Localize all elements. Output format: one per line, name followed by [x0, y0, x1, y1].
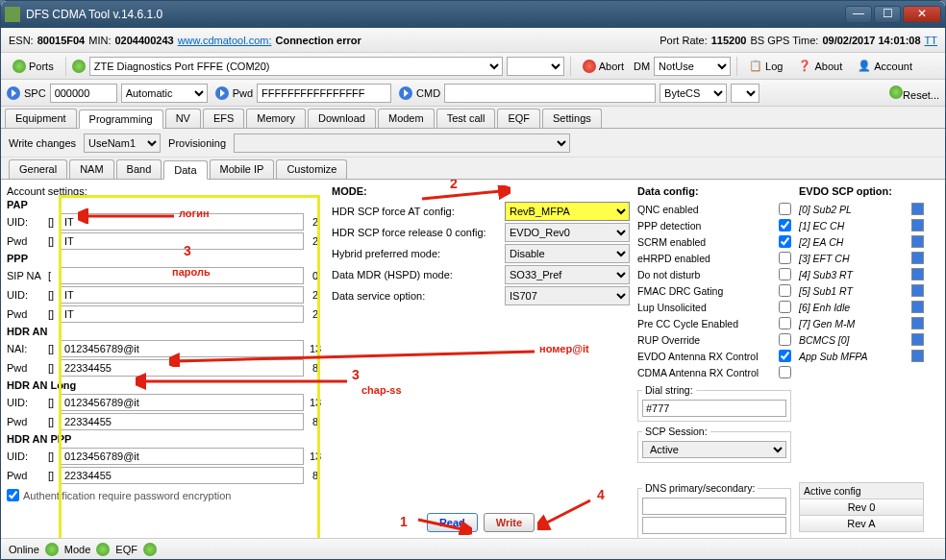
scp-3-checkbox[interactable] — [911, 252, 924, 264]
hybrid-mode-select[interactable]: Disable — [505, 244, 630, 263]
hdran-pwd-input[interactable] — [61, 359, 304, 377]
hdranppp-pwd-input[interactable] — [61, 467, 304, 484]
cfg-8-checkbox[interactable] — [779, 333, 791, 346]
ppp-uid-input[interactable] — [61, 286, 304, 304]
hdranlong-uid-input[interactable] — [61, 394, 304, 411]
auth-checkbox[interactable] — [7, 489, 19, 501]
pwd-input[interactable] — [257, 84, 391, 103]
cfg-7-checkbox[interactable] — [779, 317, 791, 329]
cfg-6-checkbox[interactable] — [779, 301, 791, 313]
reset-button[interactable]: Reset... — [889, 85, 939, 101]
cmd-input[interactable] — [444, 84, 656, 103]
scp-4-checkbox[interactable] — [911, 268, 924, 280]
window-title: DFS CDMA Tool v.14.6.1.0 — [26, 8, 845, 21]
dial-input[interactable] — [642, 400, 786, 417]
tt-link[interactable]: TT — [925, 35, 937, 46]
hdran-nai-input[interactable] — [61, 340, 304, 357]
subtab-mobileip[interactable]: Mobile IP — [210, 159, 275, 179]
scp-2-checkbox[interactable] — [911, 235, 924, 248]
tab-testcall[interactable]: Test call — [436, 109, 496, 128]
tab-memory[interactable]: Memory — [246, 109, 306, 128]
hdranppp-uid-input[interactable] — [61, 448, 304, 465]
esn-value: 80015F04 — [37, 35, 86, 46]
pap-uid-input[interactable] — [61, 213, 304, 231]
maximize-button[interactable]: ☐ — [874, 6, 901, 23]
subtab-nam[interactable]: NAM — [69, 159, 113, 179]
tab-nv[interactable]: NV — [165, 109, 201, 128]
pwd-play-icon[interactable] — [215, 86, 229, 100]
subtab-band[interactable]: Band — [116, 159, 162, 179]
cfg-5-checkbox[interactable] — [779, 284, 791, 297]
scp-1-checkbox[interactable] — [911, 219, 924, 231]
subtab-general[interactable]: General — [9, 159, 67, 179]
scp-7-checkbox[interactable] — [911, 317, 924, 329]
cfg-0-checkbox[interactable] — [779, 203, 791, 215]
ppp-pwd-input[interactable] — [61, 305, 304, 323]
log-button[interactable]: 📋 Log — [743, 58, 788, 74]
cfg-3-checkbox[interactable] — [779, 252, 791, 264]
cmd-play-icon[interactable] — [399, 86, 412, 100]
cdmatool-link[interactable]: www.cdmatool.com: — [178, 35, 272, 46]
tab-download[interactable]: Download — [308, 109, 376, 128]
pap-uid-label: UID: — [7, 216, 45, 228]
scp-9-checkbox[interactable] — [911, 350, 924, 362]
scp-8-checkbox[interactable] — [911, 333, 924, 346]
tab-equipment[interactable]: Equipment — [5, 109, 77, 128]
scp-column: EVDO SCP option: [0] Sub2 PL[1] EC CH[2]… — [799, 185, 924, 532]
dns-primary-input[interactable] — [642, 498, 786, 515]
spc-input[interactable] — [50, 84, 117, 103]
write-button[interactable]: Write — [484, 513, 535, 532]
cmd-opt-select[interactable] — [731, 84, 759, 103]
tab-programming[interactable]: Programming — [79, 110, 163, 129]
baud-select[interactable] — [507, 57, 564, 76]
pap-pwd-input[interactable] — [61, 232, 304, 250]
dns-secondary-input[interactable] — [642, 517, 786, 534]
usenam-select[interactable]: UseNam1 — [84, 134, 161, 153]
dataconfig-column: Data config: QNC enabledPPP detectionSCR… — [637, 185, 791, 532]
scp-6-checkbox[interactable] — [911, 301, 924, 313]
about-button[interactable]: ❓ About — [792, 58, 848, 74]
account-button[interactable]: 👤 Account — [852, 58, 918, 74]
ports-button[interactable]: Ports — [7, 58, 60, 75]
tab-eqf[interactable]: EQF — [497, 109, 540, 128]
dm-select[interactable]: NotUse — [654, 57, 731, 76]
tab-efs[interactable]: EFS — [203, 109, 244, 128]
read-button[interactable]: Read — [427, 513, 478, 532]
data-mdr-select[interactable]: SO33_Pref — [505, 265, 630, 284]
provisioning-select[interactable] — [234, 134, 570, 153]
tab-modem[interactable]: Modem — [378, 109, 435, 128]
ppp-uid-len: 2 — [307, 289, 324, 301]
cmd-cs-select[interactable]: ByteCS — [660, 84, 727, 103]
ppp-uid-label: UID: — [7, 289, 45, 301]
cfg-1-checkbox[interactable] — [779, 219, 791, 231]
port-select[interactable]: ZTE Diagnostics Port FFFE (COM20) — [89, 57, 503, 76]
hdranlong-pwd-input[interactable] — [61, 413, 304, 430]
hdr-scp-at-select[interactable]: RevB_MFPA — [505, 202, 630, 221]
cfg-2-checkbox[interactable] — [779, 235, 791, 248]
data-service-select[interactable]: IS707 — [505, 286, 630, 305]
spc-mode-select[interactable]: Automatic — [121, 84, 208, 103]
ppp-sip-input[interactable] — [61, 267, 304, 284]
command-toolbar: SPC Automatic Pwd CMD ByteCS Reset... — [1, 80, 945, 107]
gpstime-label: BS GPS Time: — [750, 35, 818, 46]
rev0-button[interactable]: Rev 0 — [800, 499, 923, 515]
subtab-data[interactable]: Data — [163, 160, 207, 180]
hdr-scp-rel0-select[interactable]: EVDO_Rev0 — [505, 223, 630, 242]
cfg-9-checkbox[interactable] — [779, 350, 791, 362]
scp-0-checkbox[interactable] — [911, 203, 924, 215]
spc-play-icon[interactable] — [7, 86, 20, 100]
scp-session-select[interactable]: Active — [642, 441, 786, 458]
hdranppp-heading: HDR AN PPP — [7, 433, 324, 445]
close-button[interactable]: ✕ — [903, 6, 941, 23]
scp-5-checkbox[interactable] — [911, 284, 924, 297]
reva-button[interactable]: Rev A — [800, 515, 923, 531]
refresh-port-icon[interactable] — [72, 60, 86, 73]
cfg-7-label: Pre CC Cycle Enabled — [637, 318, 779, 329]
tab-settings[interactable]: Settings — [542, 109, 602, 128]
cfg-4-checkbox[interactable] — [779, 268, 791, 280]
abort-button[interactable]: Abort — [577, 58, 630, 75]
minimize-button[interactable]: — — [845, 6, 872, 23]
cfg-10-checkbox[interactable] — [779, 366, 791, 378]
subtab-customize[interactable]: Customize — [276, 159, 347, 179]
scp-1-label: [1] EC CH — [799, 220, 911, 231]
